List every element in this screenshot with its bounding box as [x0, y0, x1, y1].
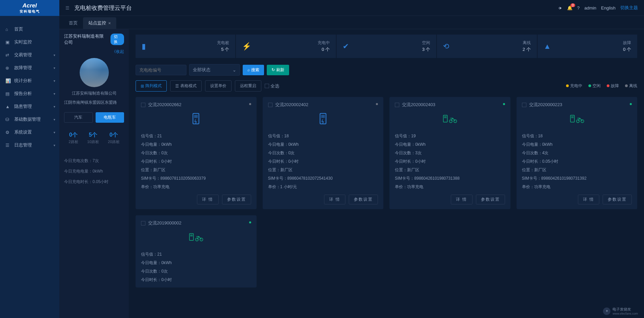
route-stat: 5个10路桩: [87, 132, 99, 144]
param-button[interactable]: 参数设置: [349, 195, 378, 204]
stat-card-alert: ▲ 故障0 个: [538, 35, 637, 58]
detail-button[interactable]: 详 情: [324, 195, 345, 204]
sound-icon[interactable]: 🕩: [558, 5, 562, 11]
select-all-checkbox[interactable]: 全选: [265, 83, 279, 89]
settings-icon: ⚙: [5, 130, 11, 135]
nav-report[interactable]: ▤ 报告分析 ▾: [0, 87, 59, 100]
page-tabs: 首页 站点监控 ✕: [59, 16, 644, 29]
stat-card-check: ✔ 空闲3 个: [337, 35, 436, 58]
nav-home[interactable]: ⌂ 首页: [0, 23, 59, 36]
report-icon: ▤: [5, 91, 11, 96]
fault-icon: ⊗: [5, 65, 11, 71]
watermark-icon: ✦: [603, 307, 610, 315]
chevron-down-icon: ▾: [54, 143, 55, 147]
theme-switch[interactable]: 切换主题: [620, 5, 638, 11]
device-icon: [141, 111, 251, 127]
exchange-icon: ⇄: [5, 53, 11, 58]
remote-restart-button[interactable]: 远程重启: [235, 80, 261, 92]
nav-chart[interactable]: 📊 统计分析 ▾: [0, 74, 59, 87]
station-panel: 江苏安科瑞制造有限公司 切换 《收起 江苏安科瑞制造有限公司 江阴市南闸镇东盟园…: [59, 29, 129, 318]
detail-button[interactable]: 详 情: [197, 195, 218, 204]
nav-settings[interactable]: ⚙ 系统设置 ▾: [0, 126, 59, 139]
svg-rect-3: [321, 115, 325, 118]
stat-card-bolt: ⚡ 充电中0 个: [236, 35, 336, 58]
nav-exchange[interactable]: ⇄ 交易管理 ▾: [0, 48, 59, 61]
device-checkbox[interactable]: [522, 103, 526, 107]
device-icon: [268, 111, 378, 127]
chevron-down-icon: ▾: [54, 79, 55, 83]
status-dot: [249, 221, 251, 223]
main-panel: ▮ 充电桩5 个 ⚡ 充电中0 个 ✔ 空闲3 个 ⟲ 离线2 个 ▲ 故障0 …: [129, 29, 644, 318]
user-name[interactable]: admin: [584, 5, 596, 11]
refresh-icon: ↻: [271, 67, 275, 72]
nav-menu: ⌂ 首页 ▣ 实时监控 ⇄ 交易管理 ▾ ⊗ 故障管理 ▾ 📊 统计分析 ▾ ▤…: [0, 16, 59, 318]
list-icon: ☰: [175, 84, 179, 88]
help-icon[interactable]: ?: [577, 5, 580, 11]
lang-switch[interactable]: English: [601, 5, 616, 11]
device-info: 信号值：19今日电量：0kWh今日次数：3次今日时长：0小时位置：新厂区SIM卡…: [395, 133, 505, 190]
tab-首页[interactable]: 首页: [63, 17, 83, 29]
warning-icon: ▲: [5, 104, 11, 109]
status-select[interactable]: 全部状态 ⌄: [189, 64, 240, 76]
log-icon: ☰: [5, 143, 11, 148]
svg-rect-1: [194, 115, 198, 118]
company-image: [80, 58, 109, 87]
notification-bell[interactable]: 🔔 0: [567, 5, 572, 11]
device-card: 交流2020002403 信号值：19今日电量：0kWh今日次数：3次今日时长：…: [389, 97, 510, 209]
svg-rect-13: [190, 235, 193, 237]
bolt-icon: ⚡: [242, 42, 251, 51]
device-checkbox[interactable]: [141, 221, 145, 225]
tab-站点监控[interactable]: 站点监控 ✕: [83, 17, 116, 29]
set-price-button[interactable]: 设置单价: [205, 80, 232, 92]
collapse-panel-button[interactable]: 《收起: [64, 49, 124, 55]
chevron-down-icon: ▾: [54, 105, 55, 108]
charger-id-input[interactable]: [136, 65, 186, 75]
chevron-down-icon: ▾: [54, 66, 55, 70]
chevron-down-icon: ▾: [54, 118, 55, 121]
param-button[interactable]: 参数设置: [222, 195, 251, 204]
param-button[interactable]: 参数设置: [476, 195, 505, 204]
status-dot: [630, 103, 632, 105]
pile-icon: ▮: [142, 42, 146, 51]
device-icon: [395, 111, 505, 127]
svg-rect-9: [571, 116, 573, 118]
device-name: 交流2020002403: [402, 102, 435, 108]
offline-icon: ⟲: [443, 42, 449, 51]
chevron-down-icon: ▾: [54, 92, 55, 96]
grid-mode-button[interactable]: ⊞ 阵列模式: [136, 80, 167, 92]
chevron-down-icon: ▾: [54, 53, 55, 57]
vehicle-tab[interactable]: 电瓶车: [96, 112, 124, 123]
nav-data[interactable]: ⛁ 基础数据管理 ▾: [0, 113, 59, 126]
menu-toggle-icon[interactable]: ☰: [65, 5, 69, 11]
detail-button[interactable]: 详 情: [578, 195, 599, 204]
nav-warning[interactable]: ▲ 隐患管理 ▾: [0, 100, 59, 113]
chevron-down-icon: ▾: [54, 131, 55, 134]
close-icon[interactable]: ✕: [108, 21, 111, 25]
device-checkbox[interactable]: [395, 103, 399, 107]
check-icon: ✔: [343, 42, 349, 51]
device-card: 交流2020000223 信号值：18今日电量：0kWh今日次数：4次今日时长：…: [517, 97, 638, 209]
search-icon: ⌕: [247, 67, 250, 72]
search-button[interactable]: ⌕ 搜索: [243, 65, 264, 75]
param-button[interactable]: 参数设置: [603, 195, 632, 204]
detail-button[interactable]: 详 情: [451, 195, 472, 204]
status-legend: 充电中 空闲 故障 离线: [566, 83, 637, 89]
svg-rect-5: [444, 116, 446, 118]
nav-monitor[interactable]: ▣ 实时监控: [0, 36, 59, 48]
device-checkbox[interactable]: [141, 103, 145, 107]
nav-fault[interactable]: ⊗ 故障管理 ▾: [0, 61, 59, 74]
monitor-icon: ▣: [5, 40, 11, 45]
today-stat: 今日充电次数：7次: [64, 158, 124, 164]
device-name: 交流2020002662: [148, 102, 181, 108]
refresh-button[interactable]: ↻ 刷新: [267, 65, 289, 75]
route-stat: 0个2路桩: [68, 132, 78, 144]
table-mode-button[interactable]: ☰ 表格模式: [170, 80, 202, 92]
nav-log[interactable]: ☰ 日志管理 ▾: [0, 139, 59, 152]
today-stat: 今日充电时长：0.05小时: [64, 179, 124, 185]
device-icon: [141, 230, 251, 245]
status-dot: [249, 103, 251, 105]
device-checkbox[interactable]: [268, 103, 273, 107]
company-address: 江阴市南闸镇东盟园区东盟路: [64, 100, 124, 105]
vehicle-tab[interactable]: 汽车: [64, 112, 93, 123]
switch-company-button[interactable]: 切换: [110, 34, 124, 45]
